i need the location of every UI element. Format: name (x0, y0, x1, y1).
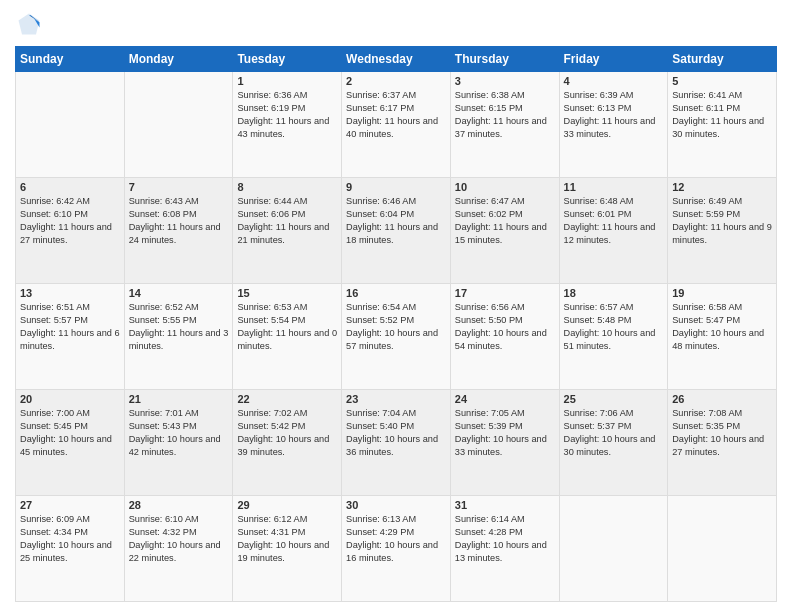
day-info: Sunrise: 7:08 AM Sunset: 5:35 PM Dayligh… (672, 407, 772, 459)
day-of-week-header: Saturday (668, 47, 777, 72)
calendar-header: SundayMondayTuesdayWednesdayThursdayFrid… (16, 47, 777, 72)
day-info: Sunrise: 6:38 AM Sunset: 6:15 PM Dayligh… (455, 89, 555, 141)
calendar-cell (668, 496, 777, 602)
generalblue-logo-icon (15, 10, 43, 38)
day-number: 18 (564, 287, 664, 299)
day-number: 25 (564, 393, 664, 405)
header (15, 10, 777, 38)
day-number: 24 (455, 393, 555, 405)
page: SundayMondayTuesdayWednesdayThursdayFrid… (0, 0, 792, 612)
calendar-cell: 2Sunrise: 6:37 AM Sunset: 6:17 PM Daylig… (342, 72, 451, 178)
calendar-week-row: 27Sunrise: 6:09 AM Sunset: 4:34 PM Dayli… (16, 496, 777, 602)
day-number: 31 (455, 499, 555, 511)
calendar-cell: 1Sunrise: 6:36 AM Sunset: 6:19 PM Daylig… (233, 72, 342, 178)
day-number: 9 (346, 181, 446, 193)
calendar-week-row: 13Sunrise: 6:51 AM Sunset: 5:57 PM Dayli… (16, 284, 777, 390)
calendar-cell: 28Sunrise: 6:10 AM Sunset: 4:32 PM Dayli… (124, 496, 233, 602)
calendar-body: 1Sunrise: 6:36 AM Sunset: 6:19 PM Daylig… (16, 72, 777, 602)
day-info: Sunrise: 6:53 AM Sunset: 5:54 PM Dayligh… (237, 301, 337, 353)
svg-marker-0 (19, 14, 40, 35)
day-info: Sunrise: 7:00 AM Sunset: 5:45 PM Dayligh… (20, 407, 120, 459)
day-info: Sunrise: 6:10 AM Sunset: 4:32 PM Dayligh… (129, 513, 229, 565)
calendar-cell: 16Sunrise: 6:54 AM Sunset: 5:52 PM Dayli… (342, 284, 451, 390)
day-of-week-header: Friday (559, 47, 668, 72)
day-number: 14 (129, 287, 229, 299)
calendar-week-row: 20Sunrise: 7:00 AM Sunset: 5:45 PM Dayli… (16, 390, 777, 496)
calendar-table: SundayMondayTuesdayWednesdayThursdayFrid… (15, 46, 777, 602)
day-info: Sunrise: 6:41 AM Sunset: 6:11 PM Dayligh… (672, 89, 772, 141)
day-info: Sunrise: 6:46 AM Sunset: 6:04 PM Dayligh… (346, 195, 446, 247)
day-number: 3 (455, 75, 555, 87)
day-info: Sunrise: 6:43 AM Sunset: 6:08 PM Dayligh… (129, 195, 229, 247)
day-number: 22 (237, 393, 337, 405)
day-info: Sunrise: 7:02 AM Sunset: 5:42 PM Dayligh… (237, 407, 337, 459)
day-number: 15 (237, 287, 337, 299)
calendar-cell (559, 496, 668, 602)
day-number: 29 (237, 499, 337, 511)
calendar-cell: 21Sunrise: 7:01 AM Sunset: 5:43 PM Dayli… (124, 390, 233, 496)
day-number: 30 (346, 499, 446, 511)
calendar-cell: 6Sunrise: 6:42 AM Sunset: 6:10 PM Daylig… (16, 178, 125, 284)
day-info: Sunrise: 6:57 AM Sunset: 5:48 PM Dayligh… (564, 301, 664, 353)
day-number: 4 (564, 75, 664, 87)
calendar-cell: 25Sunrise: 7:06 AM Sunset: 5:37 PM Dayli… (559, 390, 668, 496)
calendar-cell: 14Sunrise: 6:52 AM Sunset: 5:55 PM Dayli… (124, 284, 233, 390)
day-info: Sunrise: 6:58 AM Sunset: 5:47 PM Dayligh… (672, 301, 772, 353)
day-number: 1 (237, 75, 337, 87)
day-info: Sunrise: 6:48 AM Sunset: 6:01 PM Dayligh… (564, 195, 664, 247)
day-number: 26 (672, 393, 772, 405)
calendar-cell (124, 72, 233, 178)
days-of-week-row: SundayMondayTuesdayWednesdayThursdayFrid… (16, 47, 777, 72)
day-info: Sunrise: 7:01 AM Sunset: 5:43 PM Dayligh… (129, 407, 229, 459)
calendar-cell: 5Sunrise: 6:41 AM Sunset: 6:11 PM Daylig… (668, 72, 777, 178)
logo (15, 10, 47, 38)
day-number: 11 (564, 181, 664, 193)
day-of-week-header: Tuesday (233, 47, 342, 72)
day-number: 7 (129, 181, 229, 193)
calendar-week-row: 6Sunrise: 6:42 AM Sunset: 6:10 PM Daylig… (16, 178, 777, 284)
calendar-cell: 17Sunrise: 6:56 AM Sunset: 5:50 PM Dayli… (450, 284, 559, 390)
calendar-cell: 31Sunrise: 6:14 AM Sunset: 4:28 PM Dayli… (450, 496, 559, 602)
day-info: Sunrise: 7:06 AM Sunset: 5:37 PM Dayligh… (564, 407, 664, 459)
calendar-cell: 8Sunrise: 6:44 AM Sunset: 6:06 PM Daylig… (233, 178, 342, 284)
day-number: 12 (672, 181, 772, 193)
calendar-cell: 18Sunrise: 6:57 AM Sunset: 5:48 PM Dayli… (559, 284, 668, 390)
day-info: Sunrise: 6:39 AM Sunset: 6:13 PM Dayligh… (564, 89, 664, 141)
day-number: 20 (20, 393, 120, 405)
day-info: Sunrise: 6:52 AM Sunset: 5:55 PM Dayligh… (129, 301, 229, 353)
calendar-cell: 22Sunrise: 7:02 AM Sunset: 5:42 PM Dayli… (233, 390, 342, 496)
day-number: 8 (237, 181, 337, 193)
calendar-cell (16, 72, 125, 178)
day-number: 13 (20, 287, 120, 299)
calendar-cell: 19Sunrise: 6:58 AM Sunset: 5:47 PM Dayli… (668, 284, 777, 390)
day-info: Sunrise: 7:05 AM Sunset: 5:39 PM Dayligh… (455, 407, 555, 459)
calendar-cell: 24Sunrise: 7:05 AM Sunset: 5:39 PM Dayli… (450, 390, 559, 496)
calendar-cell: 7Sunrise: 6:43 AM Sunset: 6:08 PM Daylig… (124, 178, 233, 284)
day-number: 2 (346, 75, 446, 87)
calendar-cell: 13Sunrise: 6:51 AM Sunset: 5:57 PM Dayli… (16, 284, 125, 390)
day-info: Sunrise: 6:09 AM Sunset: 4:34 PM Dayligh… (20, 513, 120, 565)
calendar-cell: 3Sunrise: 6:38 AM Sunset: 6:15 PM Daylig… (450, 72, 559, 178)
day-of-week-header: Monday (124, 47, 233, 72)
day-number: 28 (129, 499, 229, 511)
day-info: Sunrise: 6:12 AM Sunset: 4:31 PM Dayligh… (237, 513, 337, 565)
day-number: 6 (20, 181, 120, 193)
day-info: Sunrise: 6:47 AM Sunset: 6:02 PM Dayligh… (455, 195, 555, 247)
calendar-cell: 30Sunrise: 6:13 AM Sunset: 4:29 PM Dayli… (342, 496, 451, 602)
day-number: 10 (455, 181, 555, 193)
day-of-week-header: Thursday (450, 47, 559, 72)
day-info: Sunrise: 6:56 AM Sunset: 5:50 PM Dayligh… (455, 301, 555, 353)
day-info: Sunrise: 6:44 AM Sunset: 6:06 PM Dayligh… (237, 195, 337, 247)
day-number: 21 (129, 393, 229, 405)
calendar-cell: 26Sunrise: 7:08 AM Sunset: 5:35 PM Dayli… (668, 390, 777, 496)
day-info: Sunrise: 6:49 AM Sunset: 5:59 PM Dayligh… (672, 195, 772, 247)
day-number: 27 (20, 499, 120, 511)
day-info: Sunrise: 6:51 AM Sunset: 5:57 PM Dayligh… (20, 301, 120, 353)
calendar-cell: 23Sunrise: 7:04 AM Sunset: 5:40 PM Dayli… (342, 390, 451, 496)
day-of-week-header: Wednesday (342, 47, 451, 72)
calendar-cell: 27Sunrise: 6:09 AM Sunset: 4:34 PM Dayli… (16, 496, 125, 602)
day-number: 17 (455, 287, 555, 299)
day-info: Sunrise: 6:14 AM Sunset: 4:28 PM Dayligh… (455, 513, 555, 565)
day-info: Sunrise: 6:37 AM Sunset: 6:17 PM Dayligh… (346, 89, 446, 141)
day-info: Sunrise: 6:54 AM Sunset: 5:52 PM Dayligh… (346, 301, 446, 353)
